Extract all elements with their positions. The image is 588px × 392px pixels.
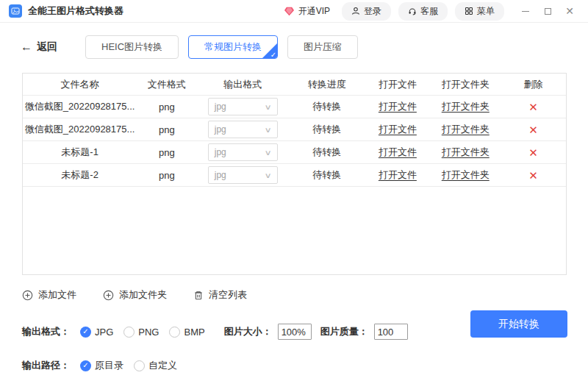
- app-title: 全能王图片格式转换器: [28, 4, 123, 18]
- table-row: 未标题-1 png jpg ∨ 待转换 打开文件 打开文件夹 ✕: [23, 141, 566, 164]
- login-button[interactable]: 登录: [342, 2, 391, 21]
- output-path-row: 输出路径： ✓ 原目录 自定义: [22, 357, 588, 374]
- file-format: png: [137, 124, 196, 135]
- maximize-button[interactable]: [539, 3, 556, 19]
- output-format-value: jpg: [215, 170, 226, 180]
- output-format-select[interactable]: jpg ∨: [208, 98, 278, 115]
- delete-icon[interactable]: ✕: [528, 124, 538, 135]
- file-name: 未标题-1: [23, 146, 137, 159]
- output-path-label: 输出路径：: [22, 359, 70, 372]
- chevron-down-icon: ∨: [265, 149, 272, 157]
- app-window: 全能王图片格式转换器 开通VIP 登录: [0, 0, 588, 392]
- col-header-output: 输出格式: [196, 78, 289, 91]
- plus-circle-icon: [103, 290, 114, 301]
- open-folder-link[interactable]: 打开文件夹: [442, 123, 490, 136]
- back-button[interactable]: ← 返回: [21, 40, 57, 54]
- start-convert-button[interactable]: 开始转换: [470, 310, 567, 338]
- file-format: png: [137, 147, 196, 158]
- radio-unchecked-icon: [123, 327, 135, 338]
- titlebar-left: 全能王图片格式转换器: [9, 4, 123, 18]
- delete-icon[interactable]: ✕: [528, 101, 538, 113]
- radio-original-dir[interactable]: ✓ 原目录: [80, 359, 123, 372]
- radio-jpg[interactable]: ✓ JPG: [80, 327, 113, 338]
- titlebar: 全能王图片格式转换器 开通VIP 登录: [0, 0, 588, 23]
- vip-button[interactable]: 开通VIP: [279, 5, 334, 18]
- col-header-openfolder: 打开文件夹: [430, 78, 501, 91]
- headset-icon: [408, 7, 417, 15]
- support-button[interactable]: 客服: [398, 2, 448, 21]
- output-format-label: 输出格式：: [22, 325, 70, 338]
- radio-custom-dir[interactable]: 自定义: [134, 359, 177, 372]
- diamond-icon: [284, 7, 295, 16]
- progress-status: 待转换: [289, 168, 365, 182]
- open-file-link[interactable]: 打开文件: [379, 100, 417, 113]
- open-folder-link[interactable]: 打开文件夹: [442, 146, 490, 159]
- minimize-button[interactable]: [517, 3, 534, 19]
- open-file-link[interactable]: 打开文件: [379, 168, 417, 182]
- titlebar-actions: 开通VIP 登录: [279, 2, 578, 21]
- add-folder-button[interactable]: 添加文件夹: [103, 288, 167, 302]
- menu-button[interactable]: 菜单: [455, 2, 504, 21]
- open-folder-link[interactable]: 打开文件夹: [442, 168, 490, 182]
- checkmark-icon: ✓: [270, 51, 276, 59]
- table-header: 文件名称 文件格式 输出格式 转换进度 打开文件 打开文件夹 删除: [23, 74, 566, 96]
- radio-unchecked-icon: [169, 327, 180, 338]
- tab-regular-convert[interactable]: 常规图片转换 ✓: [188, 35, 278, 59]
- output-format-select[interactable]: jpg ∨: [208, 143, 278, 161]
- file-name: 微信截图_20220928175...: [23, 123, 137, 136]
- back-label: 返回: [37, 40, 57, 54]
- add-file-label: 添加文件: [38, 288, 76, 302]
- clear-list-button[interactable]: 清空列表: [193, 288, 247, 302]
- progress-status: 待转换: [289, 123, 365, 136]
- radio-unchecked-icon: [134, 360, 145, 371]
- window-controls: ✕: [517, 3, 578, 19]
- radio-checked-icon: ✓: [80, 360, 91, 371]
- col-header-delete: 删除: [501, 78, 566, 91]
- col-header-filename: 文件名称: [23, 78, 137, 91]
- col-header-format: 文件格式: [137, 78, 196, 91]
- image-size-input[interactable]: [278, 324, 312, 340]
- vip-label: 开通VIP: [298, 5, 330, 18]
- tab-image-compress[interactable]: 图片压缩: [287, 35, 358, 59]
- radio-png[interactable]: PNG: [123, 327, 159, 338]
- add-folder-label: 添加文件夹: [119, 288, 167, 302]
- progress-status: 待转换: [289, 100, 365, 113]
- image-quality-label: 图片质量：: [320, 325, 368, 338]
- back-arrow-icon: ←: [21, 41, 32, 53]
- col-header-openfile: 打开文件: [365, 78, 431, 91]
- file-format: png: [137, 101, 196, 113]
- chevron-down-icon: ∨: [265, 126, 272, 134]
- support-label: 客服: [420, 5, 438, 18]
- list-toolbar: 添加文件 添加文件夹 清空列表: [22, 288, 588, 302]
- file-name: 未标题-2: [23, 168, 137, 182]
- open-file-link[interactable]: 打开文件: [379, 123, 417, 136]
- delete-icon[interactable]: ✕: [528, 170, 538, 181]
- output-format-select[interactable]: jpg ∨: [208, 121, 278, 138]
- radio-checked-icon: ✓: [80, 327, 91, 338]
- open-file-link[interactable]: 打开文件: [379, 146, 417, 159]
- tab-heic-convert[interactable]: HEIC图片转换: [85, 35, 179, 59]
- open-folder-link[interactable]: 打开文件夹: [442, 100, 490, 113]
- trash-icon: [193, 290, 204, 301]
- table-row: 微信截图_20220928175... png jpg ∨ 待转换 打开文件 打…: [23, 118, 566, 141]
- file-format: png: [137, 170, 196, 181]
- clear-list-label: 清空列表: [209, 288, 247, 302]
- image-quality-input[interactable]: [374, 324, 408, 340]
- file-table: 文件名称 文件格式 输出格式 转换进度 打开文件 打开文件夹 删除 微信截图_2…: [22, 73, 567, 275]
- output-format-value: jpg: [215, 101, 226, 112]
- close-button[interactable]: ✕: [562, 3, 578, 19]
- output-format-value: jpg: [215, 147, 226, 157]
- image-size-label: 图片大小：: [224, 325, 272, 338]
- table-row: 微信截图_20220928175... png jpg ∨ 待转换 打开文件 打…: [23, 96, 566, 118]
- col-header-progress: 转换进度: [289, 78, 365, 91]
- app-logo-icon: [9, 4, 22, 18]
- chevron-down-icon: ∨: [265, 171, 272, 179]
- tab-regular-convert-label: 常规图片转换: [204, 41, 262, 52]
- nav-bar: ← 返回 HEIC图片转换 常规图片转换 ✓ 图片压缩: [21, 35, 588, 59]
- table-row: 未标题-2 png jpg ∨ 待转换 打开文件 打开文件夹 ✕: [23, 164, 566, 187]
- add-file-button[interactable]: 添加文件: [22, 288, 76, 302]
- radio-bmp[interactable]: BMP: [169, 327, 204, 338]
- delete-icon[interactable]: ✕: [528, 147, 538, 158]
- output-format-select[interactable]: jpg ∨: [208, 166, 278, 184]
- table-body: 微信截图_20220928175... png jpg ∨ 待转换 打开文件 打…: [23, 96, 566, 187]
